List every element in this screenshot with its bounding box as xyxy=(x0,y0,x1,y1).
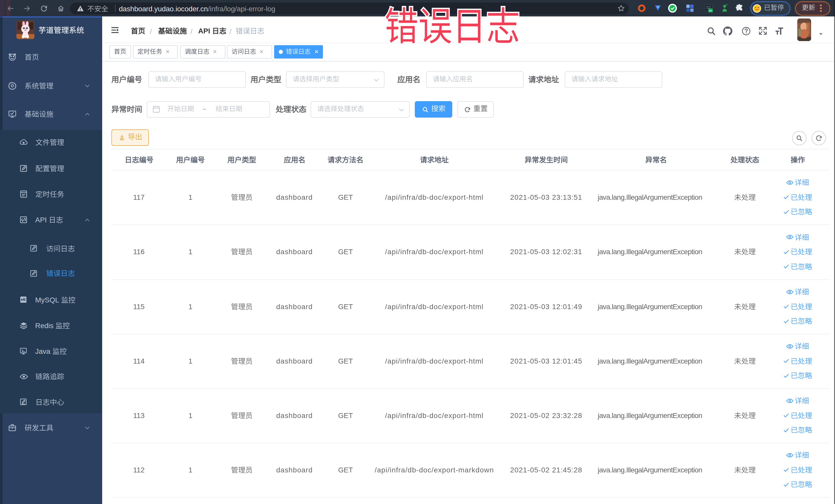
svg-text:on: on xyxy=(709,9,712,12)
